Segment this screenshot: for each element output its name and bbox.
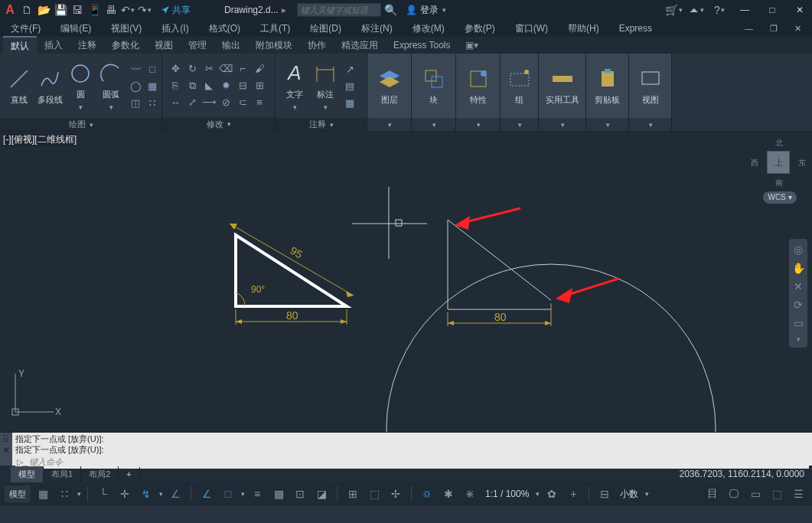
web-icon[interactable]: 📱	[87, 3, 101, 17]
align-icon[interactable]: ≡	[253, 96, 266, 110]
pan-icon[interactable]: ✋	[792, 262, 805, 274]
2d-icon[interactable]: □	[219, 485, 237, 502]
ellipse-icon[interactable]: ◯	[129, 79, 142, 93]
copy-icon[interactable]: ⎘	[168, 79, 182, 93]
menu-insert[interactable]: 插入(I)	[155, 21, 194, 37]
sel-icon[interactable]: ✢	[386, 485, 405, 502]
tab-add[interactable]: +	[119, 467, 139, 481]
osnap-icon[interactable]: ∠	[166, 485, 184, 502]
tab-insert[interactable]: 插入	[37, 37, 70, 54]
tab-default[interactable]: 默认	[3, 36, 37, 55]
nav-east[interactable]: 东	[798, 158, 806, 168]
menu-file[interactable]: 文件(F)	[5, 21, 47, 37]
paint-icon[interactable]: 🖌	[253, 62, 266, 76]
nav-north[interactable]: 北	[775, 138, 783, 149]
grid-icon[interactable]: ▦	[34, 485, 52, 502]
list-icon[interactable]: ▭	[746, 485, 765, 502]
doc-min-icon[interactable]: —	[739, 22, 759, 35]
leader-icon[interactable]: ↗	[343, 62, 357, 76]
offset-icon[interactable]: ⊟	[236, 79, 249, 93]
menu-dim[interactable]: 标注(N)	[355, 21, 399, 37]
lweight-icon[interactable]: ≡	[248, 485, 266, 502]
plus-icon[interactable]: +	[564, 485, 582, 502]
menu-format[interactable]: 格式(O)	[203, 21, 246, 37]
rotate-icon[interactable]: ↻	[185, 62, 199, 76]
maximize-button[interactable]: □	[763, 3, 781, 17]
scale-icon[interactable]: ⤢	[185, 96, 199, 110]
polar-icon[interactable]: ✛	[116, 485, 134, 502]
tab-layout1[interactable]: 布局1	[44, 466, 81, 482]
view-cube[interactable]: 北 南 西 东 上	[754, 138, 803, 187]
app-icon[interactable]: ⏶▾	[690, 3, 703, 17]
group-button[interactable]: 组	[507, 57, 533, 115]
zoom-icon[interactable]: ⟳	[794, 299, 803, 311]
nav-west[interactable]: 西	[751, 158, 758, 168]
array-icon[interactable]: ⊞	[253, 79, 266, 93]
gear-icon[interactable]: ✿	[543, 485, 561, 502]
point-icon[interactable]: ∷	[145, 96, 159, 110]
cmd-grip-icon[interactable]: ⠿✕	[0, 433, 12, 466]
stretch-icon[interactable]: ↔	[168, 96, 182, 110]
tab-manage[interactable]: 管理	[181, 37, 214, 54]
qdim-icon[interactable]: ⬚	[365, 485, 383, 502]
ribbon-play-icon[interactable]: ▣▾	[465, 40, 478, 51]
cube-top-face[interactable]: 上	[767, 151, 790, 174]
dim-button[interactable]: 标注▾	[312, 57, 338, 115]
minimize-button[interactable]: —	[735, 3, 754, 17]
undo-icon[interactable]: ↶▾	[121, 3, 135, 17]
break-icon[interactable]: ⊘	[219, 96, 233, 110]
line-button[interactable]: 直线	[6, 57, 32, 115]
open-icon[interactable]: 📂	[37, 3, 51, 17]
box3d-icon[interactable]: ⬚	[768, 485, 786, 502]
tab-featured[interactable]: 精选应用	[334, 37, 386, 54]
clip-button[interactable]: 剪贴板	[595, 57, 621, 115]
region-icon[interactable]: ◫	[129, 96, 142, 110]
menu-tools[interactable]: 工具(T)	[254, 21, 296, 37]
text-button[interactable]: A文字▾	[282, 57, 308, 115]
new-icon[interactable]: 🗋	[20, 3, 34, 17]
cart-icon[interactable]: 🛒▾	[667, 3, 680, 17]
transparency-icon[interactable]: ▩	[269, 485, 288, 502]
erase-icon[interactable]: ⌫	[219, 62, 233, 76]
tab-param[interactable]: 参数化	[104, 37, 147, 54]
arc-button[interactable]: 圆弧▾	[98, 57, 124, 115]
tab-collab[interactable]: 协作	[300, 37, 334, 54]
menu-param[interactable]: 参数(P)	[458, 21, 501, 37]
spline-icon[interactable]: 〰	[129, 62, 142, 76]
prop-button[interactable]: 特性	[465, 57, 491, 115]
wcs-label[interactable]: WCS ▾	[763, 191, 797, 204]
units-label[interactable]: 小数	[617, 488, 641, 501]
login-button[interactable]: 👤 登录 ▾	[406, 4, 446, 17]
workspace-icon[interactable]: 目	[703, 485, 722, 502]
tab-addon[interactable]: 附加模块	[248, 37, 300, 54]
dyn-icon[interactable]: ⊞	[344, 485, 362, 502]
nav-more-icon[interactable]: ▾	[797, 335, 801, 343]
trim-icon[interactable]: ✂	[202, 62, 216, 76]
menu-express[interactable]: Express	[613, 21, 658, 35]
help-icon[interactable]: ?▾	[713, 3, 726, 17]
quick-icon[interactable]: ⊟	[595, 485, 614, 502]
cycle-icon[interactable]: ⊡	[291, 485, 309, 502]
tab-model[interactable]: 模型	[11, 466, 44, 482]
drawing-canvas[interactable]: [-][俯视][二维线框] 80 95 90°	[0, 132, 812, 432]
extend-icon[interactable]: ⟶	[202, 96, 216, 110]
save-icon[interactable]: 💾	[54, 3, 67, 17]
fillet-icon[interactable]: ⌐	[236, 62, 249, 76]
share-button[interactable]: 共享	[161, 4, 191, 17]
otrack-icon[interactable]: ∠	[197, 485, 216, 502]
polyline-button[interactable]: 多段线	[37, 57, 63, 115]
fullnav-icon[interactable]: ◎	[794, 244, 803, 256]
doc-close-icon[interactable]: ✕	[788, 22, 807, 35]
tab-express[interactable]: Express Tools	[386, 38, 458, 53]
menu-modify[interactable]: 修改(M)	[406, 21, 451, 37]
plot-icon[interactable]: 🖶	[104, 3, 118, 17]
block-button[interactable]: 块	[421, 57, 447, 115]
search-icon[interactable]: 🔍	[384, 3, 398, 17]
layer-button[interactable]: 图层	[377, 57, 403, 115]
hatch-icon[interactable]: ▦	[145, 79, 159, 93]
mirror-icon[interactable]: ⧉	[185, 79, 199, 93]
doc-restore-icon[interactable]: ❐	[764, 22, 784, 35]
circle-button[interactable]: 圆▾	[67, 57, 93, 115]
person-icon[interactable]: ⛭	[418, 485, 436, 502]
menu-window[interactable]: 窗口(W)	[509, 21, 554, 37]
